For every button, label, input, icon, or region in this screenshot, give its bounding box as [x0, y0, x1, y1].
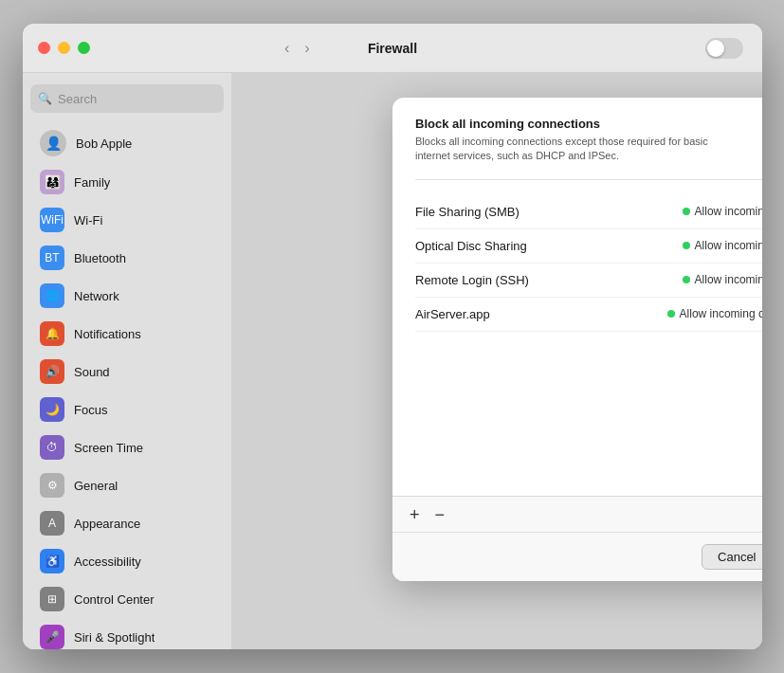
- sidebar-item-controlcenter[interactable]: ⊞ Control Center: [30, 581, 224, 617]
- focus-icon: 🌙: [40, 397, 64, 422]
- dialog-footer: Cancel OK: [392, 532, 762, 581]
- notifications-icon: 🔔: [40, 321, 64, 346]
- service-name: AirServer.app: [415, 307, 490, 321]
- sidebar-item-notifications[interactable]: 🔔 Notifications: [30, 316, 224, 352]
- controlcenter-icon: ⊞: [40, 587, 64, 611]
- sidebar-item-siri[interactable]: 🎤 Siri & Spotlight: [30, 619, 224, 649]
- services-table: File Sharing (SMB) Allow incoming connec…: [415, 195, 762, 332]
- service-status: Allow incoming connections ⌃: [667, 307, 762, 320]
- sidebar-label-family: Family: [74, 175, 110, 190]
- sidebar-label-accessibility: Accessibility: [74, 555, 141, 569]
- sidebar-label-siri: Siri & Spotlight: [74, 630, 155, 645]
- sidebar-item-general[interactable]: ⚙ General: [30, 467, 224, 503]
- sidebar-label-notifications: Notifications: [74, 327, 141, 341]
- sidebar-item-screentime[interactable]: ⏱ Screen Time: [30, 429, 224, 465]
- service-status: Allow incoming connections: [683, 205, 762, 218]
- family-icon: 👨‍👩‍👧: [40, 170, 64, 194]
- avatar: 👤: [40, 130, 66, 156]
- wifi-icon: WiFi: [40, 208, 64, 232]
- green-dot-icon: [683, 242, 690, 249]
- forward-button[interactable]: ›: [299, 38, 315, 59]
- firewall-dialog: Block all incoming connections Blocks al…: [392, 98, 762, 581]
- sidebar-label-wifi: Wi-Fi: [74, 213, 102, 227]
- titlebar-toggle[interactable]: [705, 38, 743, 59]
- sidebar: 🔍 Search 👤 Bob Apple 👨‍👩‍👧 Family WiFi W…: [23, 73, 231, 649]
- sidebar-item-sound[interactable]: 🔊 Sound: [30, 354, 224, 390]
- search-icon: 🔍: [38, 92, 52, 105]
- service-status-text: Allow incoming connections: [695, 205, 762, 218]
- sidebar-item-appearance[interactable]: A Appearance: [30, 505, 224, 541]
- sidebar-label-sound: Sound: [74, 365, 110, 379]
- remove-service-button[interactable]: −: [429, 504, 451, 525]
- sidebar-item-accessibility[interactable]: ♿ Accessibility: [30, 543, 224, 579]
- service-name: Optical Disc Sharing: [415, 239, 527, 253]
- add-service-button[interactable]: +: [404, 504, 426, 525]
- service-status-text: Allow incoming connections: [695, 239, 762, 252]
- service-name: File Sharing (SMB): [415, 205, 520, 219]
- search-label: Search: [58, 92, 97, 106]
- add-remove-bar: + −: [392, 496, 762, 532]
- siri-icon: 🎤: [40, 625, 64, 649]
- service-row[interactable]: AirServer.app Allow incoming connections…: [415, 298, 762, 332]
- dialog-content: Block all incoming connections Blocks al…: [392, 98, 762, 496]
- bluetooth-icon: BT: [40, 246, 64, 270]
- service-row[interactable]: Remote Login (SSH) Allow incoming connec…: [415, 264, 762, 298]
- block-description: Blocks all incoming connections except t…: [415, 135, 738, 164]
- sidebar-label-appearance: Appearance: [74, 517, 140, 531]
- search-bar[interactable]: 🔍 Search: [30, 84, 224, 113]
- screentime-icon: ⏱: [40, 435, 64, 460]
- sidebar-label-bluetooth: Bluetooth: [74, 251, 126, 265]
- service-status-text: Allow incoming connections: [680, 307, 762, 320]
- minimize-button[interactable]: [58, 42, 70, 54]
- sidebar-item-bob-apple[interactable]: 👤 Bob Apple: [30, 124, 224, 162]
- service-row[interactable]: Optical Disc Sharing Allow incoming conn…: [415, 229, 762, 264]
- sidebar-label-network: Network: [74, 289, 119, 303]
- traffic-lights: [38, 42, 90, 54]
- sidebar-label-screentime: Screen Time: [74, 441, 143, 455]
- sidebar-label-controlcenter: Control Center: [74, 592, 155, 607]
- sidebar-label-bob-apple: Bob Apple: [76, 136, 132, 151]
- nav-buttons: ‹ ›: [279, 38, 316, 59]
- green-dot-icon: [683, 208, 690, 215]
- titlebar: ‹ › Firewall: [23, 24, 762, 73]
- sidebar-item-bluetooth[interactable]: BT Bluetooth: [30, 240, 224, 276]
- cancel-button[interactable]: Cancel: [702, 544, 762, 570]
- close-button[interactable]: [38, 42, 50, 54]
- service-status: Allow incoming connections: [683, 239, 762, 252]
- general-icon: ⚙: [40, 473, 64, 498]
- service-status: Allow incoming connections: [683, 273, 762, 286]
- appearance-icon: A: [40, 511, 64, 536]
- system-preferences-window: ‹ › Firewall 🔍 Search 👤 Bob Apple 👨‍👩‍👧 …: [23, 24, 762, 649]
- sidebar-label-general: General: [74, 479, 118, 493]
- maximize-button[interactable]: [78, 42, 90, 54]
- sidebar-item-wifi[interactable]: WiFi Wi-Fi: [30, 202, 224, 238]
- window-title: Firewall: [368, 41, 417, 56]
- accessibility-icon: ♿: [40, 549, 64, 573]
- block-section: Block all incoming connections Blocks al…: [415, 117, 762, 180]
- sidebar-item-family[interactable]: 👨‍👩‍👧 Family: [30, 164, 224, 200]
- service-name: Remote Login (SSH): [415, 273, 529, 287]
- green-dot-icon: [683, 276, 690, 283]
- sound-icon: 🔊: [40, 359, 64, 384]
- network-icon: 🌐: [40, 283, 64, 308]
- service-row[interactable]: File Sharing (SMB) Allow incoming connec…: [415, 195, 762, 229]
- back-button[interactable]: ‹: [279, 38, 295, 59]
- block-title: Block all incoming connections: [415, 117, 738, 131]
- service-status-text: Allow incoming connections: [695, 273, 762, 286]
- block-text: Block all incoming connections Blocks al…: [415, 117, 738, 164]
- sidebar-item-network[interactable]: 🌐 Network: [30, 278, 224, 314]
- sidebar-item-focus[interactable]: 🌙 Focus: [30, 391, 224, 427]
- sidebar-label-focus: Focus: [74, 403, 107, 417]
- green-dot-icon: [667, 310, 675, 318]
